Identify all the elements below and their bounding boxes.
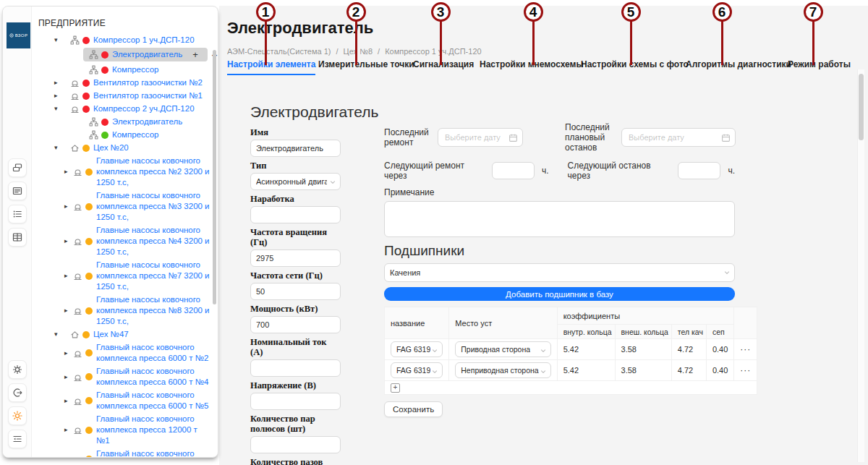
- tree-item[interactable]: Компрессор: [38, 129, 210, 140]
- next-repair-hours-input[interactable]: [492, 162, 535, 179]
- caret-right-icon[interactable]: ▸: [54, 90, 70, 101]
- caret-right-icon[interactable]: ▸: [64, 201, 73, 212]
- table-button[interactable]: [8, 228, 27, 247]
- add-bearing-button[interactable]: Добавить подшипник в базу: [384, 287, 735, 301]
- form-field: Количество пар полюсов (шт): [250, 414, 341, 453]
- col-header-name: название: [385, 307, 449, 339]
- next-repair-label: Следующий ремонт через: [384, 161, 485, 181]
- vzor-logo[interactable]: ВЗОР: [7, 22, 30, 48]
- tab-настройки-схемы-с-фото[interactable]: Настройки схемы с фото: [581, 59, 689, 74]
- caret-right-icon[interactable]: ▸: [64, 166, 73, 177]
- logo-text: ВЗОР: [15, 33, 28, 38]
- tab-настройки-элемента[interactable]: Настройки элемента: [227, 59, 315, 75]
- field-input-3[interactable]: [250, 249, 341, 267]
- next-maintenance-row: Следующий ремонт через ч. Следующий оста…: [384, 161, 735, 181]
- status-dot-orange: [85, 307, 93, 315]
- tree-item[interactable]: ▸Главные насосы ковочного комплекса прес…: [38, 225, 210, 257]
- caret-right-icon[interactable]: ▸: [64, 372, 73, 383]
- tree-item[interactable]: ▾Цех №47: [38, 329, 210, 340]
- caret-right-icon[interactable]: ▸: [64, 236, 73, 247]
- menu-fold-button[interactable]: [8, 430, 27, 448]
- row-menu-button[interactable]: ···: [734, 360, 757, 381]
- logout-button[interactable]: [8, 383, 27, 402]
- caret-right-icon[interactable]: ▸: [64, 425, 73, 435]
- bearing-place-select[interactable]: Приводная сторона: [455, 341, 550, 357]
- card-list-button[interactable]: [8, 182, 27, 200]
- next-stop-hours-input[interactable]: [678, 162, 720, 179]
- tree-item[interactable]: ▸Главные насосы ковочного комплекса прес…: [38, 190, 210, 223]
- breadcrumb-item[interactable]: АЭМ-Спецсталь(Система 1): [227, 47, 331, 56]
- page-title: Электродвигатель: [227, 19, 373, 38]
- caret-down-icon[interactable]: ▾: [54, 35, 70, 46]
- tree-item[interactable]: ▾Компрессор 2 уч.ДСП-120: [38, 103, 210, 114]
- tree-item[interactable]: Электродвигатель+···: [83, 48, 208, 61]
- field-input-6[interactable]: [250, 359, 341, 377]
- apartment-icon: [70, 35, 80, 45]
- caret-right-icon[interactable]: ▸: [64, 348, 73, 359]
- tree-item-label: Главный насос ковочного комплекса пресса…: [96, 342, 210, 364]
- save-button[interactable]: Сохранить: [384, 401, 443, 417]
- field-label: Количество пар полюсов (шт): [250, 414, 341, 434]
- caret-right-icon[interactable]: ▸: [64, 270, 73, 281]
- tree-item[interactable]: ▾Компрессор 1 уч.ДСП-120: [38, 35, 210, 46]
- bearing-place-select[interactable]: Неприводная сторона: [455, 362, 550, 378]
- field-label: Наработка: [250, 194, 341, 204]
- tab-измерительные-точки[interactable]: Измерительные точки: [318, 59, 414, 74]
- apartment-icon: [89, 50, 98, 59]
- tree-item[interactable]: ▾Цех №20: [38, 142, 210, 153]
- tree-item[interactable]: Компрессор: [38, 64, 210, 75]
- tree-item[interactable]: ▸Главный насос ковочного комплекса пресс…: [38, 390, 210, 411]
- field-input-4[interactable]: [250, 283, 341, 300]
- bearing-type-select[interactable]: Качения: [384, 263, 735, 282]
- form-field: Наработка: [250, 194, 341, 223]
- tab-алгоритмы-диагностики[interactable]: Алгоритмы диагностики: [686, 59, 791, 74]
- list-button[interactable]: [8, 205, 27, 223]
- type-select[interactable]: Асинхронный двигат...: [250, 173, 341, 190]
- sun-button[interactable]: [8, 406, 27, 425]
- caret-right-icon[interactable]: ▸: [64, 305, 73, 316]
- field-input-2[interactable]: [250, 206, 341, 223]
- last-stop-date-picker[interactable]: Выберите дату: [621, 128, 736, 147]
- field-input-0[interactable]: [250, 140, 341, 157]
- field-input-5[interactable]: [250, 316, 341, 333]
- layers-button[interactable]: [8, 158, 27, 177]
- tab-настройки-мнемосхемы[interactable]: Настройки мнемосхемы: [480, 59, 584, 74]
- bearing-name-select[interactable]: FAG 6319: [391, 362, 443, 378]
- tree-item[interactable]: ▸Главный насос ковочного комплекса пресс…: [38, 448, 210, 457]
- hours-suffix: ч.: [728, 166, 735, 176]
- repair-dates-row: Последний ремонт Выберите дату Последний…: [384, 121, 735, 153]
- gear-button[interactable]: [8, 360, 27, 379]
- breadcrumb-item[interactable]: Компрессор 1 уч.ДСП-120: [385, 47, 481, 56]
- field-input-7[interactable]: [250, 393, 341, 410]
- bearing-name-select[interactable]: FAG 6319: [391, 341, 443, 357]
- breadcrumb-separator: /: [378, 47, 380, 56]
- add-child-button[interactable]: +: [192, 50, 198, 59]
- row-menu-button[interactable]: ···: [734, 339, 757, 360]
- field-input-8[interactable]: [250, 436, 341, 453]
- tree-item[interactable]: ▸Главный насос ковочного комплекса пресс…: [38, 414, 210, 446]
- breadcrumb-item[interactable]: Цех №8: [344, 47, 373, 56]
- coeff-separator-cell: 0.40: [706, 360, 733, 381]
- caret-right-icon[interactable]: ▸: [64, 454, 73, 458]
- tree-item[interactable]: ▸Вентилятор газоочистки №1: [38, 90, 210, 101]
- tree-item[interactable]: ▸Главные насосы ковочного комплекса прес…: [38, 155, 210, 188]
- caret-down-icon[interactable]: ▾: [54, 329, 70, 340]
- note-textarea[interactable]: [384, 201, 735, 237]
- tree-item[interactable]: ▸Главные насосы ковочного комплекса прес…: [38, 260, 210, 292]
- last-repair-date-picker[interactable]: Выберите дату: [438, 128, 523, 147]
- caret-down-icon[interactable]: ▾: [54, 103, 70, 114]
- tree-item[interactable]: ▸Вентилятор газоочистки №2: [38, 77, 210, 88]
- tab-режим-работы[interactable]: Режим работы: [788, 59, 851, 74]
- tree-scrollbar-thumb[interactable]: [213, 50, 216, 304]
- tree-item[interactable]: ▸Главный насос ковочного комплекса пресс…: [38, 342, 210, 364]
- caret-right-icon[interactable]: ▸: [64, 396, 73, 406]
- add-row-plus-icon[interactable]: +: [391, 383, 400, 393]
- caret-right-icon[interactable]: ▸: [54, 77, 70, 88]
- tree-item[interactable]: Электродвигатель: [38, 116, 210, 127]
- main-scrollbar-thumb[interactable]: [859, 74, 864, 140]
- status-dot-orange: [85, 427, 93, 434]
- tree-item[interactable]: ▸Главные насосы ковочного комплекса прес…: [38, 294, 210, 327]
- caret-down-icon[interactable]: ▾: [54, 142, 70, 153]
- tree-item[interactable]: ▸Главный насос ковочного комплекса пресс…: [38, 366, 210, 388]
- tab-сигнализация[interactable]: Сигнализация: [413, 59, 474, 74]
